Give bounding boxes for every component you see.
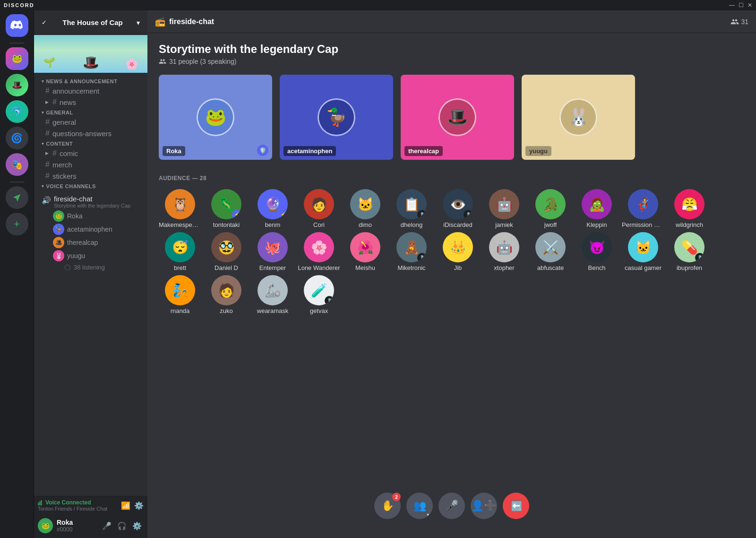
voice-connected-bar: Voice Connected Tonton Friends / Firesid… [34,496,147,513]
audience-member-entemper[interactable]: 🐙 Entemper [251,232,294,271]
audience-avatar: 🧪 🎙️ [304,275,334,305]
audience-member-brett[interactable]: 😴 brett [159,232,201,271]
username: Roka [57,519,96,526]
voice-user-roka[interactable]: 🐸 Roka [49,209,144,223]
voice-user-yuugu[interactable]: 🐰 yuugu [49,249,144,262]
window-controls[interactable]: — ☐ ✕ [729,2,752,9]
audience-member-wearamask[interactable]: 🦾 wearamask [251,275,294,314]
audience-member-jwoff[interactable]: 🐊 jwoff [529,189,572,228]
category-news-announcement[interactable]: ▾ NEWS & ANNOUNCEMENT [34,77,147,85]
channel-stickers[interactable]: # stickers [38,170,144,182]
server-icon-1[interactable]: 🐸 [6,47,28,70]
close-btn[interactable]: ✕ [747,2,752,9]
mute-button[interactable]: 🎤 [438,493,465,519]
user-avatar: 🐸 [38,518,53,533]
headset-btn[interactable]: 🎧 [115,520,129,532]
audience-avatar: 🤖 [489,232,519,262]
server-icon-4[interactable]: 🌀 [6,127,28,149]
audience-member-miketronic[interactable]: 🧸 🎙️ Miketronic [390,232,433,271]
server-menu-chevron[interactable]: ▾ [137,19,140,26]
audience-member-xtopher[interactable]: 🤖 xtopher [483,232,525,271]
fireside-chat-channel[interactable]: 🔊 fireside-chat Storytime with the legen… [38,194,144,209]
channel-news[interactable]: ▶ # news [38,96,144,108]
settings-btn[interactable]: ⚙️ [130,520,144,532]
audience-name: Miketronic [397,264,425,271]
category-arrow: ▾ [42,110,44,115]
server-icon-2[interactable]: 🎩 [6,74,28,96]
minimize-btn[interactable]: — [729,2,735,9]
audience-member-idiscarded[interactable]: 👁️ 🎙️ iDiscarded [437,189,479,228]
channel-comic[interactable]: ▶ # comic [38,148,144,159]
channel-merch[interactable]: # merch [38,159,144,170]
audience-member-meishu[interactable]: 🌺 Meishu [344,232,387,271]
audience-avatar: 🐙 [258,232,288,262]
speaker-card-acetaminophen: 🦆 acetaminophen [280,75,393,160]
voice-user-avatar: 🎩 [53,237,64,248]
channel-header-icon: 📻 [155,17,165,27]
audience-avatar: 😤 [674,189,704,219]
server-icon-3[interactable]: 🐬 [6,100,28,123]
home-button[interactable] [6,14,28,37]
category-arrow: ▾ [42,141,44,146]
hashtag-icon: # [52,98,57,106]
audience-member-abfuscate[interactable]: ⚔️ abfuscate [529,232,572,271]
voice-user-acetaminophen[interactable]: 🦆 acetaminophen [49,223,144,236]
audience-avatar: 📋 🎙️ [396,189,427,219]
category-voice-channels[interactable]: ▾ VOICE CHANNELS [34,182,147,190]
channel-list: ▾ NEWS & ANNOUNCEMENT # announcement ▶ #… [34,73,147,496]
audience-member-lone-wanderer[interactable]: 🌸 Lone Wanderer [298,232,340,271]
voice-signal-btn[interactable]: 📶 [121,501,130,510]
audience-member-dimo[interactable]: 🐱 dimo [344,189,387,228]
channel-announcement[interactable]: # announcement [38,85,144,96]
explore-button[interactable] [6,186,28,209]
mic-btn[interactable]: 🎤 [100,520,113,532]
voice-settings-btn[interactable]: ⚙️ [134,501,144,510]
audience-avatar: 🧞 [165,275,195,305]
audience-member-bench[interactable]: 😈 Bench [576,232,618,271]
audience-member-jib[interactable]: 👑 Jib [437,232,479,271]
listening-icon [64,264,71,271]
raise-hand-button[interactable]: ✋ 2 [374,493,401,519]
audience-member-permission-man[interactable]: 🦸 Permission Man [622,189,664,228]
server-header[interactable]: ✓ The House of Cap ▾ [34,10,147,35]
audience-member-daniel-d[interactable]: 🥸 Daniel D [205,232,248,271]
audience-member-casual-gamer[interactable]: 🐱 casual gamer [622,232,664,271]
audience-name: Entemper [259,264,286,271]
audience-name: Lone Wanderer [298,264,340,271]
voice-user-therealcap[interactable]: 🎩 therealcap [49,236,144,249]
members-icon [730,17,739,26]
maximize-btn[interactable]: ☐ [739,2,744,9]
audience-avatar: 🌺 [350,232,380,262]
audience-name: wearamask [257,307,288,314]
invite-button[interactable]: 👥 ▾ [406,493,433,519]
audience-name: jamiek [495,221,513,228]
app: 🐸 🎩 🐬 🌀 🎭 + ✓ The House of Cap ▾ [0,0,756,538]
audience-member-kleppin[interactable]: 🧟 Kleppin [576,189,618,228]
audience-member-ibuprofen[interactable]: 💊 🎙️ ibuprofen [668,232,711,271]
audience-member-cori[interactable]: 🧑 Cori [298,189,340,228]
server-icon-5[interactable]: 🎭 [6,153,28,176]
channel-general[interactable]: # general [38,116,144,128]
category-content[interactable]: ▾ CONTENT [34,139,147,148]
audience-member-makemespeakrr[interactable]: 🦉 Makemespeakrr [159,189,201,228]
audience-member-rnanda[interactable]: 🧞 rnanda [159,275,201,314]
leave-stage-button[interactable]: ➡️ [503,493,529,519]
audience-member-getvax[interactable]: 🧪 🎙️ getvax [298,275,340,314]
audience-member-tontontaki[interactable]: 🦎 ⚡ tontontaki [205,189,248,228]
category-arrow: ▾ [42,184,44,189]
audience-avatar: 🦎 ⚡ [211,189,241,219]
mic-badge: 🎙️ [417,253,427,262]
audience-member-dhelong[interactable]: 📋 🎙️ dhelong [390,189,433,228]
audience-header: AUDIENCE — 28 [159,175,745,182]
bottom-controls: ✋ 2 👥 ▾ 🎤 👤➕ ➡️ [374,493,529,519]
channel-questions-answers[interactable]: # questions-answers [38,128,144,139]
category-general[interactable]: ▾ GENERAL [34,108,147,116]
audience-member-zuko[interactable]: 🧑 zuko [205,275,248,314]
audience-member-jamiek[interactable]: 🤖 jamiek [483,189,525,228]
add-server-button[interactable]: + [6,213,28,235]
audience-member-wildgrinch[interactable]: 😤 wildgrinch [668,189,711,228]
audience-name: casual gamer [625,264,662,271]
voice-status: Voice Connected Tonton Friends / Firesid… [38,499,107,512]
audience-member-benm[interactable]: 🔮 ⚡ benm [251,189,294,228]
add-speaker-button[interactable]: 👤➕ [471,493,497,519]
